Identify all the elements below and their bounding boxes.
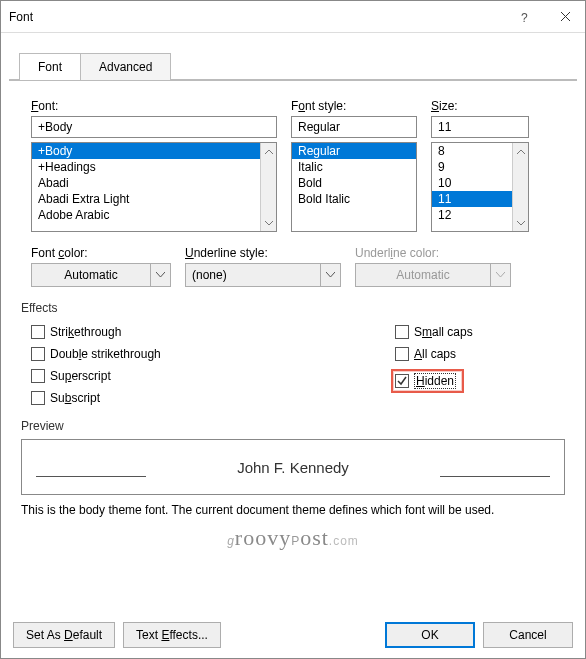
size-listbox[interactable]: 8 9 10 11 12 (431, 142, 529, 232)
preview-box: John F. Kennedy (21, 439, 565, 495)
preview-label: Preview (21, 419, 555, 433)
scroll-down-icon[interactable] (261, 215, 276, 231)
list-item[interactable]: Adobe Arabic (32, 207, 276, 223)
list-item[interactable]: Regular (292, 143, 416, 159)
font-listbox[interactable]: +Body +Headings Abadi Abadi Extra Light … (31, 142, 277, 232)
preview-text: John F. Kennedy (237, 459, 349, 476)
superscript-checkbox[interactable]: Superscript (31, 369, 395, 383)
list-item[interactable]: Bold Italic (292, 191, 416, 207)
hidden-checkbox[interactable]: Hidden (395, 373, 456, 389)
size-input[interactable] (431, 116, 529, 138)
list-item[interactable]: +Body (32, 143, 276, 159)
svg-text:?: ? (521, 11, 528, 24)
font-input[interactable] (31, 116, 277, 138)
scroll-up-icon[interactable] (513, 143, 528, 159)
chevron-down-icon[interactable] (151, 263, 171, 287)
strikethrough-checkbox[interactable]: Strikethrough (31, 325, 395, 339)
checkbox-label: Subscript (50, 391, 100, 405)
checkbox-label: Superscript (50, 369, 111, 383)
fontcolor-label: Font color: (31, 246, 171, 260)
allcaps-checkbox[interactable]: All caps (395, 347, 555, 361)
checkbox-label: Strikethrough (50, 325, 121, 339)
list-item[interactable]: Abadi Extra Light (32, 191, 276, 207)
help-button[interactable]: ? (505, 1, 545, 33)
effects-label: Effects (21, 301, 555, 315)
size-label: Size: (431, 99, 529, 113)
svg-line-1 (561, 12, 570, 21)
description-text: This is the body theme font. The current… (21, 503, 555, 517)
checkbox-label: All caps (414, 347, 456, 361)
tab-bar: Font Advanced (19, 53, 585, 80)
list-item[interactable]: Abadi (32, 175, 276, 191)
fontcolor-dropdown[interactable]: Automatic (31, 263, 171, 287)
doublestrike-checkbox[interactable]: Double strikethrough (31, 347, 395, 361)
font-dialog: Font ? Font Advanced Font: +Body +Headin… (0, 0, 586, 659)
dialog-title: Font (9, 10, 505, 24)
fontstyle-input[interactable] (291, 116, 417, 138)
checkbox-label: Double strikethrough (50, 347, 161, 361)
fontstyle-listbox[interactable]: Regular Italic Bold Bold Italic (291, 142, 417, 232)
scroll-up-icon[interactable] (261, 143, 276, 159)
close-button[interactable] (545, 1, 585, 33)
subscript-checkbox[interactable]: Subscript (31, 391, 395, 405)
set-default-button[interactable]: Set As Default (13, 622, 115, 648)
chevron-down-icon (491, 263, 511, 287)
underlinestyle-value: (none) (185, 263, 321, 287)
watermark: groovyPost.com (31, 525, 555, 551)
tab-advanced[interactable]: Advanced (80, 53, 171, 80)
underlinecolor-label: Underline color: (355, 246, 511, 260)
underlinestyle-dropdown[interactable]: (none) (185, 263, 341, 287)
smallcaps-checkbox[interactable]: Small caps (395, 325, 555, 339)
checkbox-label: Hidden (414, 373, 456, 389)
cancel-button[interactable]: Cancel (483, 622, 573, 648)
chevron-down-icon[interactable] (321, 263, 341, 287)
fontcolor-value: Automatic (31, 263, 151, 287)
svg-line-2 (561, 12, 570, 21)
list-item[interactable]: Bold (292, 175, 416, 191)
underlinestyle-label: Underline style: (185, 246, 341, 260)
font-label: Font: (31, 99, 277, 113)
list-item[interactable]: +Headings (32, 159, 276, 175)
text-effects-button[interactable]: Text Effects... (123, 622, 221, 648)
titlebar: Font ? (1, 1, 585, 33)
scroll-down-icon[interactable] (513, 215, 528, 231)
underlinecolor-dropdown: Automatic (355, 263, 511, 287)
list-item[interactable]: Italic (292, 159, 416, 175)
scrollbar[interactable] (512, 143, 528, 231)
scrollbar[interactable] (260, 143, 276, 231)
checkbox-label: Small caps (414, 325, 473, 339)
underlinecolor-value: Automatic (355, 263, 491, 287)
fontstyle-label: Font style: (291, 99, 417, 113)
ok-button[interactable]: OK (385, 622, 475, 648)
tab-font[interactable]: Font (19, 53, 81, 80)
